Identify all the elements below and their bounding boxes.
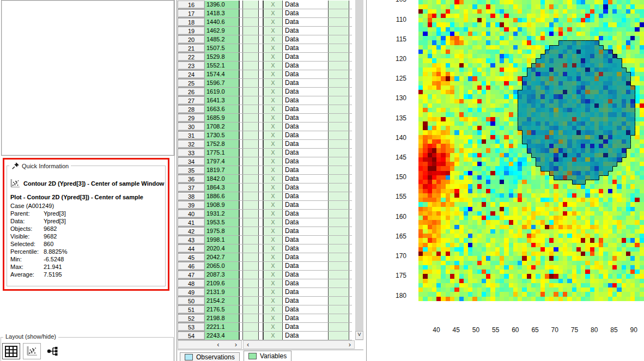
row-header-button[interactable]: 50: [178, 297, 205, 305]
empty-green-cell[interactable]: [329, 332, 349, 340]
data-label-cell[interactable]: Data: [283, 244, 329, 253]
data-label-cell[interactable]: Data: [283, 131, 329, 139]
value-cell[interactable]: 1819.7: [205, 166, 240, 174]
row-header-button[interactable]: 36: [178, 175, 205, 183]
x-mark-cell[interactable]: X: [263, 105, 283, 113]
x-mark-cell[interactable]: X: [263, 53, 283, 61]
value-cell[interactable]: 1998.1: [205, 236, 240, 244]
value-cell[interactable]: 1953.5: [205, 218, 240, 227]
x-mark-cell[interactable]: X: [263, 279, 283, 287]
data-label-cell[interactable]: Data: [283, 96, 329, 105]
empty-green-cell[interactable]: [242, 297, 259, 305]
data-label-cell[interactable]: Data: [283, 305, 329, 314]
empty-green-cell[interactable]: [329, 218, 349, 227]
empty-green-cell[interactable]: [242, 88, 259, 96]
empty-green-cell[interactable]: [329, 18, 349, 26]
row-header-button[interactable]: 26: [178, 88, 205, 96]
chevron-right-icon[interactable]: ›: [349, 341, 351, 348]
empty-green-cell[interactable]: [242, 123, 259, 131]
row-header-button[interactable]: 17: [178, 9, 205, 17]
x-mark-cell[interactable]: X: [263, 79, 283, 87]
empty-green-cell[interactable]: [329, 27, 349, 35]
tab-variables[interactable]: Variables: [244, 351, 291, 361]
value-cell[interactable]: 1708.2: [205, 123, 240, 131]
data-label-cell[interactable]: Data: [283, 262, 329, 270]
empty-green-cell[interactable]: [329, 157, 349, 166]
x-mark-cell[interactable]: X: [263, 210, 283, 218]
empty-green-cell[interactable]: [329, 210, 349, 218]
row-header-button[interactable]: 47: [178, 271, 205, 279]
value-cell[interactable]: 2221.1: [205, 323, 240, 331]
row-header-button[interactable]: 32: [178, 140, 205, 148]
empty-green-cell[interactable]: [242, 149, 259, 157]
frozen-pane-scrollbar[interactable]: ‹ ›: [178, 340, 242, 349]
data-label-cell[interactable]: Data: [283, 1, 329, 9]
data-label-cell[interactable]: Data: [283, 201, 329, 209]
value-cell[interactable]: 1908.9: [205, 201, 240, 209]
x-mark-cell[interactable]: X: [263, 149, 283, 157]
empty-green-cell[interactable]: [329, 44, 349, 52]
empty-green-cell[interactable]: [329, 114, 349, 122]
value-cell[interactable]: 1574.4: [205, 70, 240, 78]
value-cell[interactable]: 1797.4: [205, 157, 240, 166]
value-cell[interactable]: 1418.3: [205, 9, 240, 17]
scroll-down-button[interactable]: ˅: [355, 331, 363, 340]
row-header-button[interactable]: 28: [178, 105, 205, 113]
x-mark-cell[interactable]: X: [263, 9, 283, 17]
value-cell[interactable]: 1552.1: [205, 62, 240, 70]
data-label-cell[interactable]: Data: [283, 218, 329, 227]
x-mark-cell[interactable]: X: [263, 114, 283, 122]
empty-green-cell[interactable]: [242, 114, 259, 122]
empty-green-cell[interactable]: [242, 53, 259, 61]
empty-green-cell[interactable]: [242, 9, 259, 17]
value-cell[interactable]: 1462.9: [205, 27, 240, 35]
empty-green-cell[interactable]: [329, 201, 349, 209]
x-mark-cell[interactable]: X: [263, 62, 283, 70]
tree-view-button[interactable]: [44, 343, 62, 359]
empty-green-cell[interactable]: [242, 332, 259, 340]
value-cell[interactable]: 1641.3: [205, 96, 240, 105]
empty-green-cell[interactable]: [242, 96, 259, 105]
value-cell[interactable]: 2042.7: [205, 253, 240, 261]
row-header-button[interactable]: 24: [178, 70, 205, 78]
value-cell[interactable]: 1730.5: [205, 131, 240, 139]
value-cell[interactable]: 1886.6: [205, 192, 240, 200]
row-header-button[interactable]: 43: [178, 236, 205, 244]
empty-green-cell[interactable]: [242, 271, 259, 279]
empty-green-cell[interactable]: [242, 227, 259, 235]
empty-green-cell[interactable]: [329, 53, 349, 61]
data-label-cell[interactable]: Data: [283, 183, 329, 192]
data-label-cell[interactable]: Data: [283, 297, 329, 305]
data-label-cell[interactable]: Data: [283, 53, 329, 61]
empty-green-cell[interactable]: [329, 244, 349, 253]
row-header-button[interactable]: 23: [178, 62, 205, 70]
value-cell[interactable]: 1440.6: [205, 18, 240, 26]
empty-green-cell[interactable]: [329, 96, 349, 105]
empty-green-cell[interactable]: [242, 35, 259, 44]
empty-green-cell[interactable]: [242, 244, 259, 253]
empty-green-cell[interactable]: [242, 70, 259, 78]
row-header-button[interactable]: 34: [178, 157, 205, 166]
value-cell[interactable]: 2065.0: [205, 262, 240, 270]
x-mark-cell[interactable]: X: [263, 323, 283, 331]
value-cell[interactable]: 1485.2: [205, 35, 240, 44]
x-mark-cell[interactable]: X: [263, 1, 283, 9]
x-mark-cell[interactable]: X: [263, 201, 283, 209]
x-mark-cell[interactable]: X: [263, 314, 283, 322]
value-cell[interactable]: 1775.1: [205, 149, 240, 157]
data-label-cell[interactable]: Data: [283, 236, 329, 244]
data-label-cell[interactable]: Data: [283, 253, 329, 261]
empty-green-cell[interactable]: [242, 1, 259, 9]
x-mark-cell[interactable]: X: [263, 218, 283, 227]
data-label-cell[interactable]: Data: [283, 210, 329, 218]
empty-green-cell[interactable]: [329, 123, 349, 131]
row-header-button[interactable]: 38: [178, 192, 205, 200]
chevron-left-icon[interactable]: ‹: [217, 341, 219, 348]
empty-green-cell[interactable]: [242, 166, 259, 174]
data-label-cell[interactable]: Data: [283, 9, 329, 17]
empty-green-cell[interactable]: [329, 305, 349, 314]
row-header-button[interactable]: 44: [178, 244, 205, 253]
x-mark-cell[interactable]: X: [263, 288, 283, 296]
x-mark-cell[interactable]: X: [263, 27, 283, 35]
empty-green-cell[interactable]: [242, 131, 259, 139]
